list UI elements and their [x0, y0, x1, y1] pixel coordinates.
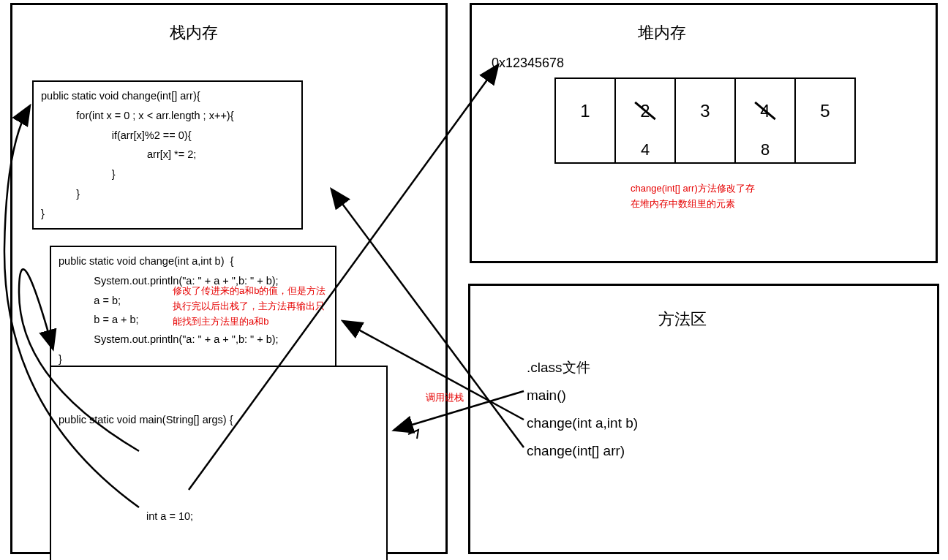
method-list: .class文件 main() change(int a,int b) chan… [527, 354, 638, 465]
arr-cell-1: 2 4 [615, 78, 675, 163]
code-box-main: public static void main(String[] args) {… [50, 366, 388, 560]
method-item-class: .class文件 [527, 354, 638, 382]
heap-address: 0x12345678 [492, 56, 564, 71]
method-area-title: 方法区 [658, 309, 707, 330]
method-item-change-ab: change(int a,int b) [527, 409, 638, 437]
main-l1: int a = 10; [146, 507, 379, 526]
code-box-change-arr: public static void change(int[] arr){ fo… [32, 80, 303, 230]
note-heap: change(int[] arr)方法修改了存在堆内存中数组里的元素 [631, 181, 755, 212]
arr-cell-3: 4 8 [735, 78, 795, 163]
call-label: 调用进栈 [426, 390, 464, 406]
arr-cell-0: 1 [555, 78, 615, 163]
heap-array: 1 2 4 3 4 8 5 [554, 77, 856, 164]
method-item-change-arr: change(int[] arr) [527, 437, 638, 465]
arr-cell-2: 3 [675, 78, 735, 163]
heap-title: 堆内存 [638, 22, 686, 44]
note-change-ab: 修改了传进来的a和b的值，但是方法执行完以后出栈了，主方法再输出只能找到主方法里… [173, 284, 326, 329]
method-item-main: main() [527, 382, 638, 409]
main-sig: public static void main(String[] args) { [59, 410, 379, 429]
arr-cell-4: 5 [795, 78, 855, 163]
stack-title: 栈内存 [170, 22, 218, 44]
